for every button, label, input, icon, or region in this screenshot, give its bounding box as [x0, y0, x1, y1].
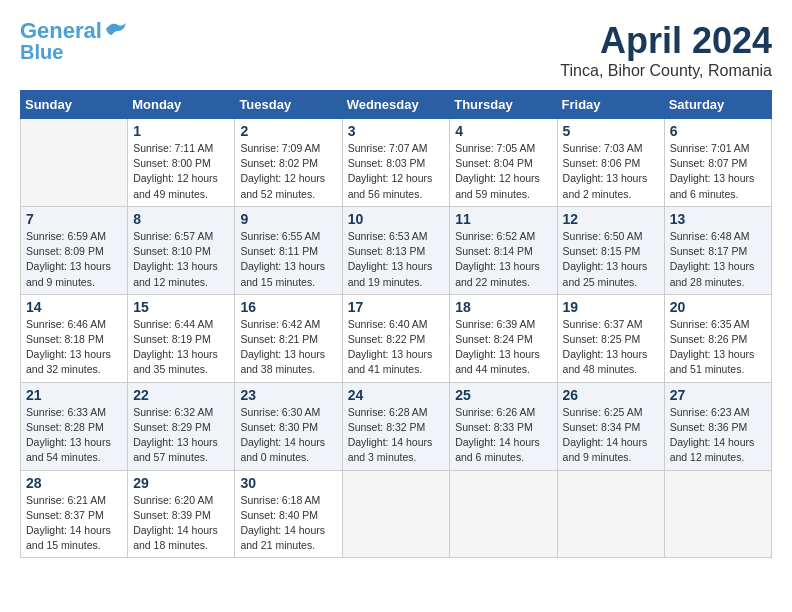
calendar-cell: 3Sunrise: 7:07 AM Sunset: 8:03 PM Daylig…: [342, 119, 450, 207]
day-number: 4: [455, 123, 551, 139]
day-info: Sunrise: 6:30 AM Sunset: 8:30 PM Dayligh…: [240, 405, 336, 466]
day-info: Sunrise: 6:48 AM Sunset: 8:17 PM Dayligh…: [670, 229, 766, 290]
day-info: Sunrise: 6:42 AM Sunset: 8:21 PM Dayligh…: [240, 317, 336, 378]
day-number: 6: [670, 123, 766, 139]
day-info: Sunrise: 6:40 AM Sunset: 8:22 PM Dayligh…: [348, 317, 445, 378]
calendar-cell: 18Sunrise: 6:39 AM Sunset: 8:24 PM Dayli…: [450, 294, 557, 382]
calendar-cell: 2Sunrise: 7:09 AM Sunset: 8:02 PM Daylig…: [235, 119, 342, 207]
day-info: Sunrise: 6:59 AM Sunset: 8:09 PM Dayligh…: [26, 229, 122, 290]
day-number: 28: [26, 475, 122, 491]
day-info: Sunrise: 6:28 AM Sunset: 8:32 PM Dayligh…: [348, 405, 445, 466]
calendar-week-3: 14Sunrise: 6:46 AM Sunset: 8:18 PM Dayli…: [21, 294, 772, 382]
calendar-cell: 28Sunrise: 6:21 AM Sunset: 8:37 PM Dayli…: [21, 470, 128, 558]
day-number: 21: [26, 387, 122, 403]
calendar-cell: [450, 470, 557, 558]
day-number: 1: [133, 123, 229, 139]
day-info: Sunrise: 6:23 AM Sunset: 8:36 PM Dayligh…: [670, 405, 766, 466]
day-info: Sunrise: 7:01 AM Sunset: 8:07 PM Dayligh…: [670, 141, 766, 202]
day-info: Sunrise: 6:18 AM Sunset: 8:40 PM Dayligh…: [240, 493, 336, 554]
day-info: Sunrise: 6:35 AM Sunset: 8:26 PM Dayligh…: [670, 317, 766, 378]
calendar-cell: 13Sunrise: 6:48 AM Sunset: 8:17 PM Dayli…: [664, 206, 771, 294]
day-number: 26: [563, 387, 659, 403]
day-info: Sunrise: 6:50 AM Sunset: 8:15 PM Dayligh…: [563, 229, 659, 290]
day-info: Sunrise: 6:33 AM Sunset: 8:28 PM Dayligh…: [26, 405, 122, 466]
logo: General Blue: [20, 20, 126, 62]
calendar-week-4: 21Sunrise: 6:33 AM Sunset: 8:28 PM Dayli…: [21, 382, 772, 470]
weekday-header-saturday: Saturday: [664, 91, 771, 119]
day-number: 8: [133, 211, 229, 227]
day-info: Sunrise: 6:32 AM Sunset: 8:29 PM Dayligh…: [133, 405, 229, 466]
day-number: 9: [240, 211, 336, 227]
day-info: Sunrise: 6:52 AM Sunset: 8:14 PM Dayligh…: [455, 229, 551, 290]
calendar-cell: 5Sunrise: 7:03 AM Sunset: 8:06 PM Daylig…: [557, 119, 664, 207]
calendar-week-5: 28Sunrise: 6:21 AM Sunset: 8:37 PM Dayli…: [21, 470, 772, 558]
day-number: 5: [563, 123, 659, 139]
day-number: 11: [455, 211, 551, 227]
calendar-cell: 23Sunrise: 6:30 AM Sunset: 8:30 PM Dayli…: [235, 382, 342, 470]
weekday-header-sunday: Sunday: [21, 91, 128, 119]
calendar-cell: 17Sunrise: 6:40 AM Sunset: 8:22 PM Dayli…: [342, 294, 450, 382]
calendar-cell: [21, 119, 128, 207]
day-number: 12: [563, 211, 659, 227]
day-number: 27: [670, 387, 766, 403]
calendar-cell: 20Sunrise: 6:35 AM Sunset: 8:26 PM Dayli…: [664, 294, 771, 382]
calendar-table: SundayMondayTuesdayWednesdayThursdayFrid…: [20, 90, 772, 558]
calendar-cell: 8Sunrise: 6:57 AM Sunset: 8:10 PM Daylig…: [128, 206, 235, 294]
calendar-cell: 30Sunrise: 6:18 AM Sunset: 8:40 PM Dayli…: [235, 470, 342, 558]
day-info: Sunrise: 7:03 AM Sunset: 8:06 PM Dayligh…: [563, 141, 659, 202]
calendar-week-2: 7Sunrise: 6:59 AM Sunset: 8:09 PM Daylig…: [21, 206, 772, 294]
weekday-header-monday: Monday: [128, 91, 235, 119]
calendar-header-row: SundayMondayTuesdayWednesdayThursdayFrid…: [21, 91, 772, 119]
day-number: 13: [670, 211, 766, 227]
weekday-header-thursday: Thursday: [450, 91, 557, 119]
calendar-cell: 19Sunrise: 6:37 AM Sunset: 8:25 PM Dayli…: [557, 294, 664, 382]
logo-blue: Blue: [20, 42, 63, 62]
calendar-cell: 9Sunrise: 6:55 AM Sunset: 8:11 PM Daylig…: [235, 206, 342, 294]
day-number: 20: [670, 299, 766, 315]
day-info: Sunrise: 7:07 AM Sunset: 8:03 PM Dayligh…: [348, 141, 445, 202]
calendar-cell: 1Sunrise: 7:11 AM Sunset: 8:00 PM Daylig…: [128, 119, 235, 207]
day-info: Sunrise: 6:21 AM Sunset: 8:37 PM Dayligh…: [26, 493, 122, 554]
day-number: 17: [348, 299, 445, 315]
day-number: 30: [240, 475, 336, 491]
day-info: Sunrise: 6:39 AM Sunset: 8:24 PM Dayligh…: [455, 317, 551, 378]
calendar-cell: 14Sunrise: 6:46 AM Sunset: 8:18 PM Dayli…: [21, 294, 128, 382]
location: Tinca, Bihor County, Romania: [560, 62, 772, 80]
day-number: 14: [26, 299, 122, 315]
day-info: Sunrise: 6:53 AM Sunset: 8:13 PM Dayligh…: [348, 229, 445, 290]
calendar-cell: 29Sunrise: 6:20 AM Sunset: 8:39 PM Dayli…: [128, 470, 235, 558]
day-number: 23: [240, 387, 336, 403]
calendar-cell: [557, 470, 664, 558]
day-number: 15: [133, 299, 229, 315]
weekday-header-friday: Friday: [557, 91, 664, 119]
day-info: Sunrise: 6:46 AM Sunset: 8:18 PM Dayligh…: [26, 317, 122, 378]
title-block: April 2024 Tinca, Bihor County, Romania: [560, 20, 772, 80]
calendar-week-1: 1Sunrise: 7:11 AM Sunset: 8:00 PM Daylig…: [21, 119, 772, 207]
day-number: 19: [563, 299, 659, 315]
day-number: 10: [348, 211, 445, 227]
day-info: Sunrise: 6:55 AM Sunset: 8:11 PM Dayligh…: [240, 229, 336, 290]
calendar-cell: [664, 470, 771, 558]
day-number: 18: [455, 299, 551, 315]
day-number: 29: [133, 475, 229, 491]
day-info: Sunrise: 7:11 AM Sunset: 8:00 PM Dayligh…: [133, 141, 229, 202]
calendar-cell: 26Sunrise: 6:25 AM Sunset: 8:34 PM Dayli…: [557, 382, 664, 470]
calendar-cell: 24Sunrise: 6:28 AM Sunset: 8:32 PM Dayli…: [342, 382, 450, 470]
calendar-cell: 27Sunrise: 6:23 AM Sunset: 8:36 PM Dayli…: [664, 382, 771, 470]
day-number: 16: [240, 299, 336, 315]
calendar-cell: 7Sunrise: 6:59 AM Sunset: 8:09 PM Daylig…: [21, 206, 128, 294]
day-number: 7: [26, 211, 122, 227]
day-info: Sunrise: 6:57 AM Sunset: 8:10 PM Dayligh…: [133, 229, 229, 290]
day-info: Sunrise: 6:25 AM Sunset: 8:34 PM Dayligh…: [563, 405, 659, 466]
logo-general: General: [20, 18, 102, 43]
calendar-cell: 11Sunrise: 6:52 AM Sunset: 8:14 PM Dayli…: [450, 206, 557, 294]
day-info: Sunrise: 6:20 AM Sunset: 8:39 PM Dayligh…: [133, 493, 229, 554]
day-info: Sunrise: 7:09 AM Sunset: 8:02 PM Dayligh…: [240, 141, 336, 202]
day-number: 25: [455, 387, 551, 403]
logo-text: General: [20, 20, 102, 42]
weekday-header-wednesday: Wednesday: [342, 91, 450, 119]
day-number: 3: [348, 123, 445, 139]
calendar-cell: 21Sunrise: 6:33 AM Sunset: 8:28 PM Dayli…: [21, 382, 128, 470]
day-number: 22: [133, 387, 229, 403]
month-year: April 2024: [560, 20, 772, 62]
